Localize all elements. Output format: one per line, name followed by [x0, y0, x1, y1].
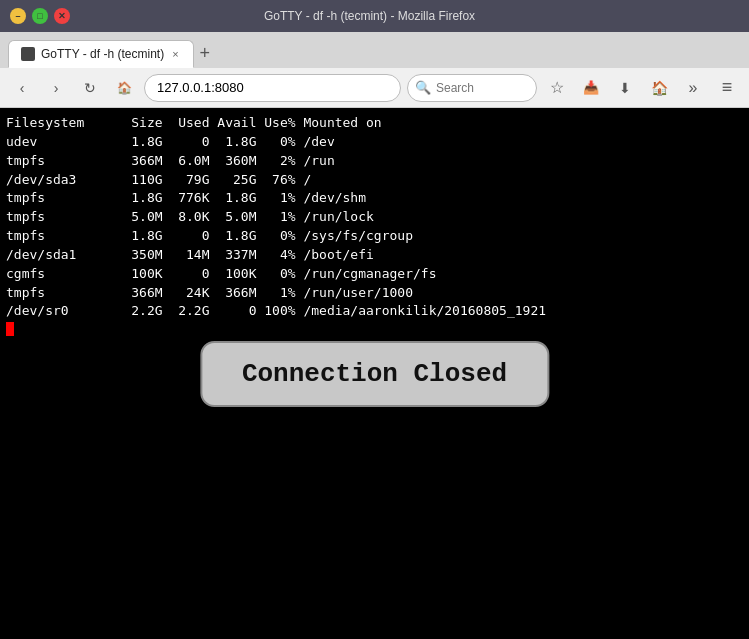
connection-closed-text: Connection Closed	[242, 359, 507, 389]
home-button[interactable]: 🏠	[110, 74, 138, 102]
forward-button[interactable]: ›	[42, 74, 70, 102]
terminal[interactable]: Filesystem Size Used Avail Use% Mounted …	[0, 108, 749, 639]
maximize-button[interactable]: □	[32, 8, 48, 24]
tab-favicon-icon	[21, 47, 35, 61]
new-tab-button[interactable]: +	[200, 43, 211, 68]
terminal-output: Filesystem Size Used Avail Use% Mounted …	[6, 114, 743, 321]
search-input[interactable]	[407, 74, 537, 102]
titlebar-controls[interactable]: – □ ✕	[10, 8, 70, 24]
terminal-cursor	[6, 322, 14, 336]
tab-close-button[interactable]: ×	[170, 48, 180, 60]
pocket-button[interactable]: 📥	[577, 74, 605, 102]
tabbar: GoTTY - df -h (tecmint) × +	[0, 32, 749, 68]
navbar: ‹ › ↻ 🏠 🔍 ☆ 📥 ⬇ 🏠 » ≡	[0, 68, 749, 108]
search-wrapper: 🔍	[407, 74, 537, 102]
refresh-button[interactable]: ↻	[76, 74, 104, 102]
active-tab[interactable]: GoTTY - df -h (tecmint) ×	[8, 40, 194, 68]
download-button[interactable]: ⬇	[611, 74, 639, 102]
bookmark-button[interactable]: ☆	[543, 74, 571, 102]
menu-button[interactable]: ≡	[713, 74, 741, 102]
minimize-button[interactable]: –	[10, 8, 26, 24]
titlebar: – □ ✕ GoTTY - df -h (tecmint) - Mozilla …	[0, 0, 749, 32]
back-button[interactable]: ‹	[8, 74, 36, 102]
tab-label: GoTTY - df -h (tecmint)	[41, 47, 164, 61]
window-title: GoTTY - df -h (tecmint) - Mozilla Firefo…	[70, 9, 669, 23]
close-window-button[interactable]: ✕	[54, 8, 70, 24]
home-nav-button[interactable]: 🏠	[645, 74, 673, 102]
url-bar[interactable]	[144, 74, 401, 102]
connection-closed-overlay: Connection Closed	[200, 341, 549, 407]
more-tools-button[interactable]: »	[679, 74, 707, 102]
